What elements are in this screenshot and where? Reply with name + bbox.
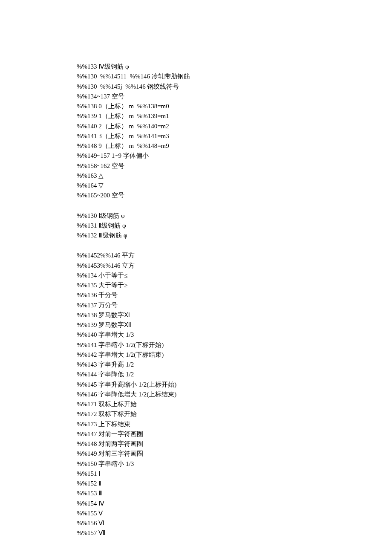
blank-line — [77, 201, 392, 211]
text-line: %%143 字串升高 1/2 — [77, 360, 392, 370]
text-line: %%171 双标上标开始 — [77, 399, 392, 409]
text-line: %%147 对前一字符画圈 — [77, 429, 392, 439]
text-line: %%130 %%145j %%146 钢绞线符号 — [77, 82, 392, 92]
text-line: %%150 字串缩小 1/3 — [77, 459, 392, 469]
text-line: %%148 对前两字符画圈 — [77, 439, 392, 449]
text-line: %%148 9（上标） m %%148=m9 — [77, 141, 392, 151]
text-line: %%130 Ⅰ级钢筋 φ — [77, 211, 392, 221]
text-line: %%139 1（上标） m %%139=m1 — [77, 111, 392, 121]
text-line: %%155 Ⅴ — [77, 509, 392, 518]
text-line: %%163 △ — [77, 171, 392, 181]
text-line: %%138 罗马数字Ⅺ — [77, 310, 392, 320]
text-line: %%138 0（上标） m %%138=m0 — [77, 101, 392, 111]
text-line: %%136 千分号 — [77, 290, 392, 300]
text-line: %%142 字串增大 1/2(下标结束) — [77, 350, 392, 360]
text-line: %%173 上下标结束 — [77, 419, 392, 429]
text-line: %%149~157 1~9 字体偏小 — [77, 151, 392, 161]
text-line: %%156 Ⅵ — [77, 518, 392, 528]
text-line: %%141 3（上标） m %%141=m3 — [77, 131, 392, 141]
text-line: %%132 Ⅲ级钢筋 φ — [77, 231, 392, 240]
text-line: %%144 字串降低 1/2 — [77, 370, 392, 379]
text-line: %%158~162 空号 — [77, 161, 392, 171]
document-content: %%133 Ⅳ级钢筋 φ%%130 %%14511 %%146 冷轧带肋钢筋%%… — [77, 62, 392, 538]
text-line: %%140 2（上标） m %%140=m2 — [77, 121, 392, 131]
text-line: %%149 对前三字符画圈 — [77, 449, 392, 459]
text-line: %%137 万分号 — [77, 301, 392, 310]
text-line: %%135 大于等于≥ — [77, 280, 392, 290]
text-line: %%145 字串升高缩小 1/2(上标开始) — [77, 380, 392, 390]
text-line: %%133 Ⅳ级钢筋 φ — [77, 62, 392, 72]
text-line: %%131 Ⅱ级钢筋 φ — [77, 221, 392, 231]
text-line: %%165~200 空号 — [77, 191, 392, 200]
text-line: %%1453%%146 立方 — [77, 261, 392, 271]
text-line: %%134~137 空号 — [77, 92, 392, 101]
text-line: %%157 Ⅶ — [77, 528, 392, 538]
text-line: %%134 小于等于≤ — [77, 271, 392, 280]
text-line: %%154 Ⅳ — [77, 499, 392, 509]
text-line: %%141 字串缩小 1/2(下标开始) — [77, 340, 392, 350]
text-line: %%151 Ⅰ — [77, 469, 392, 479]
text-line: %%140 字串增大 1/3 — [77, 330, 392, 340]
text-line: %%1452%%146 平方 — [77, 251, 392, 260]
text-line: %%172 双标下标开始 — [77, 409, 392, 419]
text-line: %%164 ▽ — [77, 181, 392, 191]
text-line: %%146 字串降低增大 1/2(上标结束) — [77, 390, 392, 399]
text-line: %%130 %%14511 %%146 冷轧带肋钢筋 — [77, 72, 392, 81]
text-line: %%152 Ⅱ — [77, 479, 392, 489]
text-line: %%153 Ⅲ — [77, 489, 392, 498]
document-page: %%133 Ⅳ级钢筋 φ%%130 %%14511 %%146 冷轧带肋钢筋%%… — [0, 0, 392, 555]
blank-line — [77, 240, 392, 251]
text-line: %%139 罗马数字Ⅻ — [77, 320, 392, 330]
